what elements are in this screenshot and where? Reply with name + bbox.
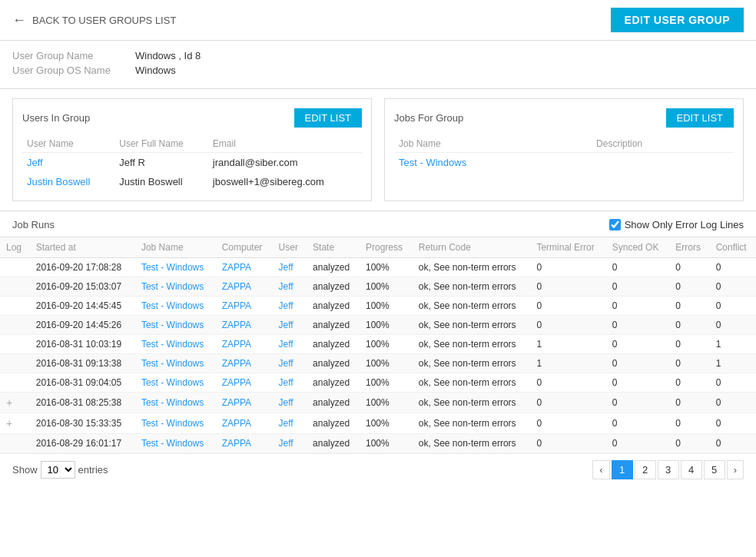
top-bar: ← BACK TO USER GROUPS LIST EDIT USER GRO…: [0, 0, 756, 41]
col-state: State: [307, 237, 360, 258]
computer-link[interactable]: ZAPPA: [222, 262, 251, 273]
col-synced: Synced OK: [606, 237, 670, 258]
jobs-panel-title: Jobs For Group: [394, 112, 463, 124]
job-link[interactable]: Test - Windows: [141, 281, 204, 292]
user-link[interactable]: Jeff: [279, 438, 293, 449]
users-col-username: User Name: [22, 135, 114, 153]
job-name-cell: Test - Windows: [135, 316, 216, 335]
conflict-cell: 1: [710, 354, 756, 373]
users-table: User Name User Full Name Email Jeff Jeff…: [22, 135, 362, 191]
return-code-cell: ok, See non-term errors: [413, 316, 531, 335]
job-link[interactable]: Test - Windows: [141, 418, 204, 429]
page-3-button[interactable]: 3: [658, 460, 679, 479]
job-name-cell: Test - Windows: [135, 373, 216, 393]
page-5-button[interactable]: 5: [704, 460, 725, 479]
user-cell: Jeff: [273, 434, 307, 453]
jobs-col-desc: Description: [592, 135, 734, 153]
computer-link[interactable]: ZAPPA: [222, 358, 251, 369]
computer-cell: ZAPPA: [216, 316, 273, 335]
computer-link[interactable]: ZAPPA: [222, 418, 251, 429]
terminal-error-cell: 1: [530, 354, 605, 373]
users-col-fullname: User Full Name: [114, 135, 208, 153]
state-cell: analyzed: [307, 297, 360, 316]
users-edit-list-button[interactable]: EDIT LIST: [294, 108, 362, 128]
job-link[interactable]: Test - Windows: [141, 339, 204, 350]
user-link[interactable]: Jeff: [279, 320, 293, 330]
computer-link[interactable]: ZAPPA: [222, 281, 251, 292]
job-link[interactable]: Test - Windows: [141, 320, 204, 330]
conflict-cell: 0: [710, 373, 756, 393]
conflict-cell: 0: [710, 393, 756, 413]
user-email-cell: jboswell+1@sibereg.com: [208, 172, 362, 191]
users-panel-title: Users In Group: [22, 112, 90, 124]
user-link[interactable]: Jeff: [279, 262, 293, 273]
errors-cell: 0: [669, 316, 709, 335]
edit-user-group-button[interactable]: EDIT USER GROUP: [611, 8, 744, 32]
show-error-label[interactable]: Show Only Error Log Lines: [609, 219, 744, 230]
user-link[interactable]: Jeff: [279, 300, 293, 311]
jobs-edit-list-button[interactable]: EDIT LIST: [666, 108, 734, 128]
synced-ok-cell: 0: [606, 297, 670, 316]
computer-link[interactable]: ZAPPA: [222, 397, 251, 408]
job-link[interactable]: Test - Windows: [141, 377, 204, 388]
progress-cell: 100%: [360, 258, 413, 277]
table-row: 2016-09-20 14:45:26 Test - Windows ZAPPA…: [0, 316, 756, 335]
page-1-button[interactable]: 1: [612, 460, 633, 479]
table-row: Jeff Jeff R jrandall@siber.com: [22, 153, 362, 173]
user-cell: Jeff: [273, 413, 307, 434]
back-link[interactable]: ← BACK TO USER GROUPS LIST: [12, 12, 176, 28]
return-code-cell: ok, See non-term errors: [413, 258, 531, 277]
user-link[interactable]: Jeff: [279, 281, 293, 292]
user-link[interactable]: Jeff: [279, 339, 293, 350]
user-link[interactable]: Jeff: [279, 397, 293, 408]
started-cell: 2016-08-29 16:01:17: [30, 434, 135, 453]
state-cell: analyzed: [307, 335, 360, 354]
table-footer: Show 10 25 50 entries ‹ 1 2 3 4 5 ›: [0, 453, 756, 486]
user-email-cell: jrandall@siber.com: [208, 153, 362, 173]
job-name-cell: Test - Windows: [135, 277, 216, 297]
user-link[interactable]: Jeff: [279, 418, 293, 429]
user-name-link[interactable]: Justin Boswell: [27, 176, 90, 187]
show-entries: Show 10 25 50 entries: [12, 461, 108, 479]
jobs-panel-header: Jobs For Group EDIT LIST: [394, 108, 734, 128]
page-4-button[interactable]: 4: [681, 460, 702, 479]
group-name-row: User Group Name Windows , Id 8: [12, 50, 744, 61]
job-link[interactable]: Test - Windows: [141, 397, 204, 408]
job-name-cell: Test - Windows: [135, 258, 216, 277]
page-prev-button[interactable]: ‹: [592, 460, 609, 479]
log-cell: [0, 354, 30, 373]
computer-link[interactable]: ZAPPA: [222, 300, 251, 311]
progress-cell: 100%: [360, 354, 413, 373]
computer-link[interactable]: ZAPPA: [222, 438, 251, 449]
user-name-cell: Justin Boswell: [22, 172, 114, 191]
job-link[interactable]: Test - Windows: [141, 438, 204, 449]
computer-link[interactable]: ZAPPA: [222, 339, 251, 350]
progress-cell: 100%: [360, 373, 413, 393]
col-returncode: Return Code: [413, 237, 531, 258]
show-error-checkbox[interactable]: [609, 219, 621, 230]
return-code-cell: ok, See non-term errors: [413, 335, 531, 354]
job-name-cell: Test - Windows: [394, 153, 592, 173]
user-name-link[interactable]: Jeff: [27, 157, 43, 168]
page-2-button[interactable]: 2: [635, 460, 656, 479]
user-link[interactable]: Jeff: [279, 358, 293, 369]
user-link[interactable]: Jeff: [279, 377, 293, 388]
computer-link[interactable]: ZAPPA: [222, 320, 251, 330]
started-cell: 2016-08-31 09:04:05: [30, 373, 135, 393]
job-link[interactable]: Test - Windows: [141, 300, 204, 311]
back-label: BACK TO USER GROUPS LIST: [32, 15, 176, 26]
job-name-cell: Test - Windows: [135, 297, 216, 316]
page-next-button[interactable]: ›: [727, 460, 744, 479]
progress-cell: 100%: [360, 297, 413, 316]
computer-link[interactable]: ZAPPA: [222, 377, 251, 388]
started-cell: 2016-09-20 15:03:07: [30, 277, 135, 297]
conflict-cell: 0: [710, 297, 756, 316]
job-desc-cell: [592, 153, 734, 173]
return-code-cell: ok, See non-term errors: [413, 393, 531, 413]
job-link[interactable]: Test - Windows: [141, 358, 204, 369]
return-code-cell: ok, See non-term errors: [413, 413, 531, 434]
job-link[interactable]: Test - Windows: [141, 262, 204, 273]
job-name-link[interactable]: Test - Windows: [399, 157, 466, 168]
entries-select[interactable]: 10 25 50: [41, 461, 75, 479]
log-cell: +: [0, 413, 30, 434]
